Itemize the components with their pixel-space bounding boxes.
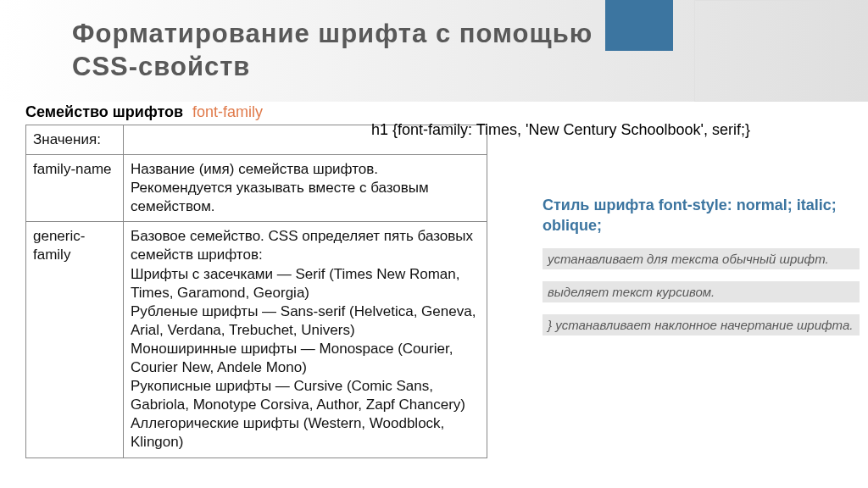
values-label: Значения: bbox=[26, 125, 124, 155]
font-style-heading: Стиль шрифта font-style: normal; italic;… bbox=[542, 195, 860, 236]
table-row: generic-family Базовое семейство. CSS оп… bbox=[26, 222, 487, 458]
decor-outline bbox=[694, 0, 834, 102]
font-style-normal-desc: устанавливает для текста обычный шрифт. bbox=[542, 248, 860, 269]
font-family-heading-text: Семейство шрифтов bbox=[25, 103, 183, 120]
font-style-column: Стиль шрифта font-style: normal; italic;… bbox=[542, 195, 860, 336]
content-area: Семейство шрифтов font-family Значения: … bbox=[25, 103, 860, 488]
family-name-label: family-name bbox=[26, 155, 124, 222]
table-row: family-name Название (имя) семейства шри… bbox=[26, 155, 487, 222]
slide-title: Форматирование шрифта с помощью CSS-свой… bbox=[72, 18, 593, 84]
generic-family-desc: Базовое семейство. CSS определяет пять б… bbox=[124, 222, 487, 458]
font-family-property: font-family bbox=[192, 103, 263, 120]
font-style-oblique-desc: } устанавливает наклонное начертание шри… bbox=[542, 314, 860, 336]
code-example: h1 {font-family: Times, 'New Century Sch… bbox=[371, 120, 863, 140]
font-family-heading: Семейство шрифтов font-family bbox=[25, 103, 860, 121]
title-line-2: CSS-свойств bbox=[72, 52, 250, 81]
font-family-table: Значения: family-name Название (имя) сем… bbox=[25, 125, 487, 458]
font-style-italic-desc: выделяет текст курсивом. bbox=[542, 281, 860, 302]
family-name-desc: Название (имя) семейства шрифтов. Рекоме… bbox=[124, 155, 487, 222]
generic-family-label: generic-family bbox=[26, 222, 124, 458]
title-line-1: Форматирование шрифта с помощью bbox=[72, 19, 593, 48]
decor-block bbox=[605, 0, 673, 51]
slide: Форматирование шрифта с помощью CSS-свой… bbox=[0, 0, 868, 488]
